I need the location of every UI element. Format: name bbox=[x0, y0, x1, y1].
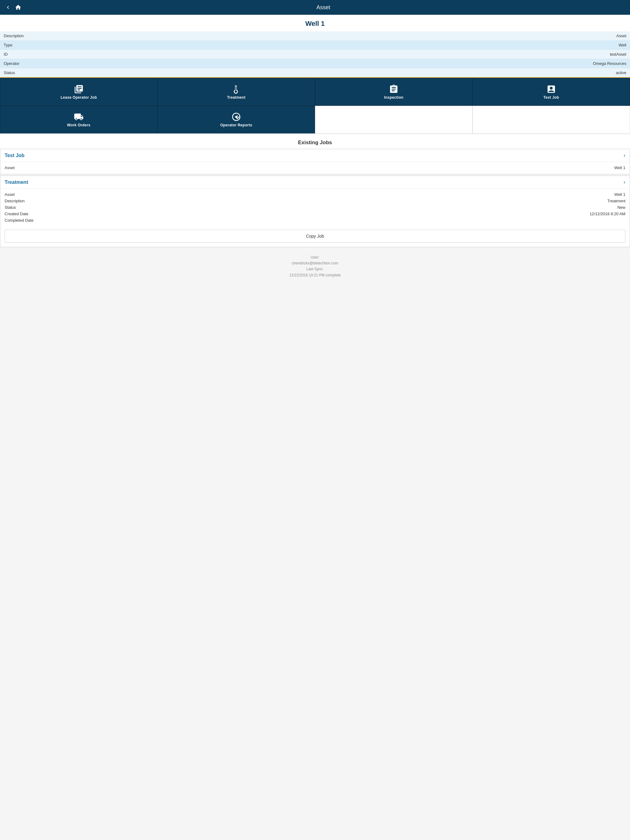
empty-cell-1 bbox=[315, 106, 473, 133]
testjob-icon bbox=[546, 84, 556, 94]
operator-reports-button[interactable]: Operator Reports bbox=[157, 106, 315, 133]
action-grid-row1: Lease Operator Job Treatment Inspection … bbox=[0, 78, 630, 106]
treatment-field-label-2: Status bbox=[5, 205, 16, 210]
book-icon bbox=[74, 84, 84, 94]
job-card-test-job-header[interactable]: Test Job › bbox=[0, 149, 630, 162]
job-field-asset-label: Asset bbox=[5, 166, 15, 170]
footer-sync-label: Last Sync: bbox=[0, 266, 630, 272]
job-card-treatment-chevron: › bbox=[624, 179, 625, 185]
info-label-4: Status bbox=[0, 68, 315, 78]
operator-reports-label: Operator Reports bbox=[220, 123, 252, 127]
treatment-field-3: Created Date 12/12/2016 8:20 AM bbox=[5, 211, 625, 217]
lease-operator-job-button[interactable]: Lease Operator Job bbox=[0, 78, 157, 106]
equipment-icon bbox=[74, 112, 84, 122]
footer-user-email: chendricks@detechtion.com bbox=[0, 261, 630, 266]
treatment-label: Treatment bbox=[227, 95, 245, 99]
info-row-4: Status active bbox=[0, 68, 630, 78]
info-row-3: Operator Omega Resources bbox=[0, 59, 630, 68]
info-value-3: Omega Resources bbox=[315, 59, 630, 68]
info-value-0: Asset bbox=[315, 32, 630, 41]
job-card-treatment-header[interactable]: Treatment › bbox=[0, 176, 630, 189]
info-label-2: ID bbox=[0, 50, 315, 59]
inspection-label: Inspection bbox=[384, 95, 403, 99]
info-row-0: Description Asset bbox=[0, 32, 630, 41]
info-label-0: Description bbox=[0, 32, 315, 41]
test-job-button[interactable]: Test Job bbox=[473, 78, 630, 106]
info-row-2: ID testAsset bbox=[0, 50, 630, 59]
job-card-test-job-title: Test Job bbox=[5, 153, 25, 158]
job-card-test-job: Test Job › Asset Well 1 bbox=[0, 149, 630, 174]
info-value-2: testAsset bbox=[315, 50, 630, 59]
work-orders-button[interactable]: Work Orders bbox=[0, 106, 157, 133]
treatment-field-2: Status New bbox=[5, 204, 625, 211]
empty-cell-2 bbox=[473, 106, 630, 133]
action-grid-row2: Work Orders Operator Reports bbox=[0, 106, 630, 133]
info-label-3: Operator bbox=[0, 59, 315, 68]
info-row-1: Type Well bbox=[0, 41, 630, 50]
treatment-field-label-3: Created Date bbox=[5, 212, 28, 216]
clipboard-icon bbox=[389, 84, 399, 94]
job-card-treatment: Treatment › Asset Well 1 Description Tre… bbox=[0, 175, 630, 247]
job-card-treatment-title: Treatment bbox=[5, 180, 28, 185]
treatment-field-value-0: Well 1 bbox=[614, 192, 625, 197]
treatment-field-0: Asset Well 1 bbox=[5, 191, 625, 198]
footer: User: chendricks@detechtion.com Last Syn… bbox=[0, 248, 630, 291]
copy-job-button[interactable]: Copy Job bbox=[5, 230, 625, 243]
job-card-test-job-chevron: › bbox=[624, 152, 625, 159]
header-title: Asset bbox=[22, 4, 625, 11]
footer-sync-value: 12/22/2016 10:21 PM complete bbox=[0, 272, 630, 278]
treatment-field-label-1: Description bbox=[5, 199, 25, 203]
home-button[interactable] bbox=[15, 4, 22, 11]
lease-operator-job-label: Lease Operator Job bbox=[60, 95, 97, 99]
info-value-1: Well bbox=[315, 41, 630, 50]
test-job-label: Test Job bbox=[544, 95, 559, 99]
work-orders-label: Work Orders bbox=[67, 123, 90, 127]
page-title: Well 1 bbox=[0, 15, 630, 32]
treatment-field-label-4: Completed Date bbox=[5, 218, 33, 223]
gauge-icon bbox=[231, 112, 241, 122]
job-field-asset-value: Well 1 bbox=[614, 166, 625, 170]
treatment-field-label-0: Asset bbox=[5, 192, 15, 197]
inspection-button[interactable]: Inspection bbox=[315, 78, 473, 106]
treatment-field-value-2: New bbox=[617, 205, 625, 210]
footer-user-label: User: bbox=[0, 254, 630, 261]
info-value-4: active bbox=[315, 68, 630, 78]
back-button[interactable] bbox=[5, 4, 11, 11]
treatment-field-1: Description Treatment bbox=[5, 198, 625, 204]
info-label-1: Type bbox=[0, 41, 315, 50]
existing-jobs-title: Existing Jobs bbox=[0, 135, 630, 149]
job-field-asset: Asset Well 1 bbox=[5, 164, 625, 171]
treatment-button[interactable]: Treatment bbox=[157, 78, 315, 106]
treatment-field-value-3: 12/12/2016 8:20 AM bbox=[590, 212, 625, 216]
treatment-field-value-1: Treatment bbox=[607, 199, 625, 203]
job-card-treatment-body: Asset Well 1 Description Treatment Statu… bbox=[0, 189, 630, 227]
app-header: Asset bbox=[0, 0, 630, 15]
job-card-test-job-body: Asset Well 1 bbox=[0, 162, 630, 174]
flask-icon bbox=[231, 84, 241, 94]
header-nav bbox=[5, 4, 22, 11]
treatment-field-4: Completed Date bbox=[5, 217, 625, 224]
asset-info-table: Description Asset Type Well ID testAsset… bbox=[0, 32, 630, 78]
